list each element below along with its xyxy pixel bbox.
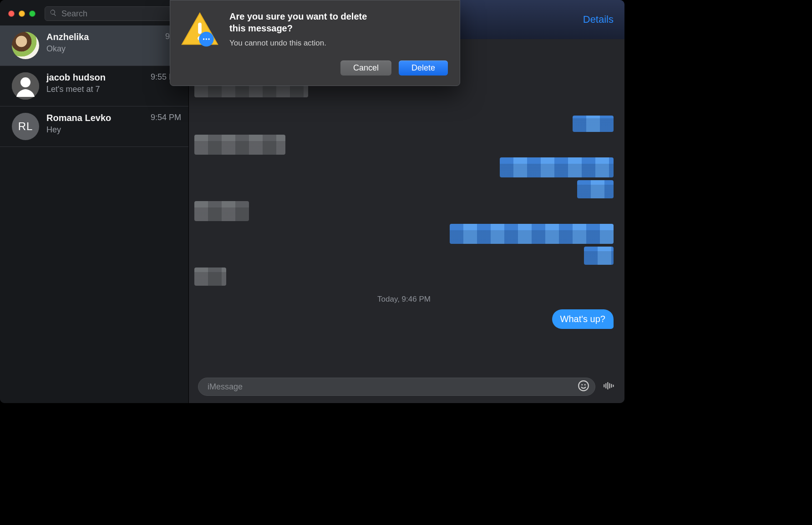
search-icon [50,9,57,18]
conversation-item[interactable]: jacob hudson 9:55 PM Let's meet at 7 [0,66,188,106]
conversation-item[interactable]: RL Romana Levko 9:54 PM Hey [0,106,188,147]
conversation-item[interactable]: Anzhelika 9:56 Okay [0,25,188,66]
thread-timestamp: Today, 9:46 PM [194,295,614,304]
conversation-snippet: Okay [46,44,181,54]
messages-window: Anzhelika 9:56 Okay jacob [0,0,624,403]
svg-point-1 [20,77,30,87]
person-icon [12,72,39,100]
close-window-button[interactable] [8,10,15,17]
redacted-message [194,116,614,132]
sidebar: Anzhelika 9:56 Okay jacob [0,0,189,403]
message-thread[interactable]: Today, 9:46 PM What's up? [189,39,624,372]
cancel-button[interactable]: Cancel [340,61,391,76]
dialog-body: Are you sure you want to delete this mes… [229,10,448,76]
titlebar [0,0,188,25]
avatar [12,72,39,100]
warning-icon [180,10,219,50]
redacted-message [194,224,614,244]
emoji-button[interactable] [577,380,590,394]
dialog-actions: Cancel Delete [229,61,448,76]
redacted-message [194,135,614,155]
svg-rect-12 [198,23,202,34]
conversation-main: Anzhelika 9:56 Okay [46,32,181,54]
confirm-delete-dialog: Are you sure you want to delete this mes… [170,0,460,86]
avatar: RL [12,113,39,140]
conversation-snippet: Hey [46,125,181,135]
composer [189,372,624,403]
sent-message-bubble[interactable]: What's up? [552,309,614,329]
svg-point-4 [584,384,586,385]
message-row-sent: What's up? [194,309,614,329]
conversation-main: Romana Levko 9:54 PM Hey [46,113,181,135]
message-input-pill[interactable] [198,378,595,396]
redacted-message [194,268,614,286]
details-link[interactable]: Details [583,14,614,25]
search-field[interactable] [45,6,173,21]
redacted-message [194,157,614,177]
minimize-window-button[interactable] [19,10,25,17]
search-input[interactable] [61,9,168,19]
smiley-icon [578,380,589,394]
svg-point-3 [581,384,583,385]
redacted-message [194,180,614,198]
conversation-name: jacob hudson [46,72,106,83]
avatar-initials: RL [18,120,33,133]
conversation-main: jacob hudson 9:55 PM Let's meet at 7 [46,72,181,94]
avatar [12,32,39,59]
waveform-icon [603,380,614,394]
conversation-snippet: Let's meet at 7 [46,85,181,94]
window-controls [6,10,38,17]
conversation-list: Anzhelika 9:56 Okay jacob [0,25,188,403]
redacted-message [194,201,614,221]
delete-button[interactable]: Delete [399,61,448,76]
dialog-subtitle: You cannot undo this action. [229,39,448,48]
svg-point-15 [203,38,204,40]
redacted-message [194,247,614,265]
svg-point-16 [206,38,207,40]
svg-point-2 [579,381,589,391]
fullscreen-window-button[interactable] [29,10,36,17]
conversation-time: 9:54 PM [151,113,181,123]
message-input[interactable] [207,382,572,392]
conversation-name: Anzhelika [46,32,89,42]
conversation-name: Romana Levko [46,113,111,123]
dialog-title: Are you sure you want to delete this mes… [229,10,448,34]
audio-record-button[interactable] [602,380,615,394]
svg-point-17 [208,38,209,40]
